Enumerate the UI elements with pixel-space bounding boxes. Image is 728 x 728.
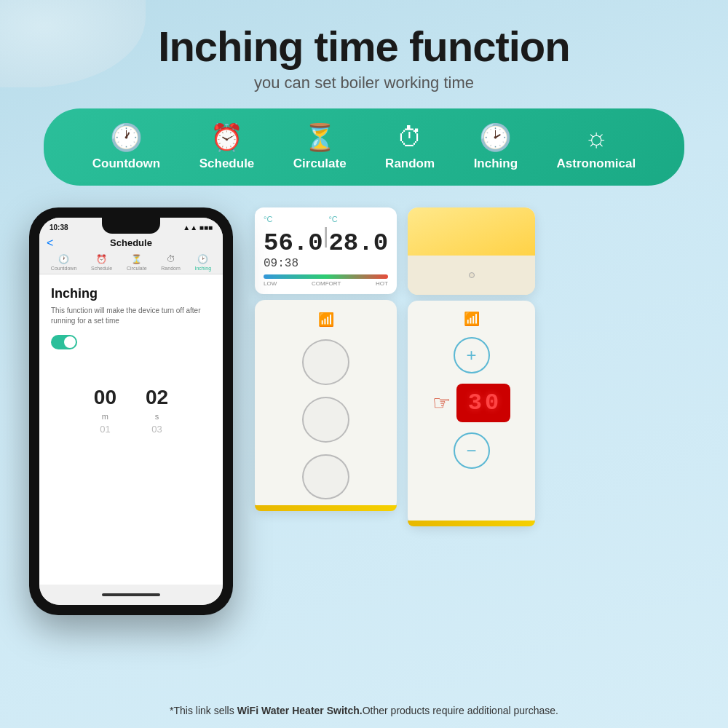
timer-display-row: ☞ 3 0 (432, 384, 510, 422)
temp-divider: | (323, 223, 329, 248)
time-display: 00 m 01 02 s 03 (51, 386, 211, 435)
thermostat-time: 09:38 (264, 257, 388, 270)
page-subtitle: you can set boiler working time (158, 74, 569, 92)
astronomical-label: Astronomical (557, 157, 636, 171)
home-indicator (102, 593, 160, 596)
phone-tab-random[interactable]: ⏱ Random (161, 254, 180, 271)
page-title: Inching time function (158, 22, 569, 71)
minutes-column: 00 m 01 (94, 386, 116, 435)
seconds-alt: 03 (151, 424, 162, 435)
seconds-unit: s (155, 412, 159, 421)
timer-display: 3 0 (456, 384, 510, 422)
switch-device: 📶 (255, 300, 397, 511)
temp1-unit-prefix: °C (264, 215, 272, 223)
phone-main-content: Inching This function will make the devi… (39, 274, 223, 585)
thermostat-display: °C 56.0 | °C 28.0 09:38 LOW COMFORT (255, 207, 397, 294)
phone-tab-countdown[interactable]: 🕐 Countdown (51, 254, 76, 271)
minutes-alt: 01 (100, 424, 110, 435)
bar-label-mid: COMFORT (312, 280, 341, 287)
timer-plus-label: + (466, 345, 476, 365)
tab-schedule-label: Schedule (91, 266, 112, 271)
astronomical-icon: ☼ (584, 124, 608, 151)
bar-label-low: LOW (264, 280, 277, 287)
phone-tab-circulate[interactable]: ⏳ Circulate (127, 254, 147, 271)
inching-label: Inching (474, 157, 518, 171)
phone-tab-schedule[interactable]: ⏰ Schedule (91, 254, 112, 271)
temp2-unit-prefix: °C (328, 215, 337, 223)
temp1-value: 56.0 (264, 229, 323, 257)
tab-schedule-icon: ⏰ (96, 254, 107, 264)
tab-random-label: Random (161, 266, 180, 271)
timer-digit-3: 3 (468, 389, 482, 416)
phone-notch (102, 218, 160, 234)
timer-plus-button[interactable]: + (454, 337, 490, 373)
timer-device: 📶 + ☞ 3 0 − (408, 301, 535, 526)
tab-circulate-icon: ⏳ (131, 254, 142, 264)
tab-inching-icon: 🕑 (197, 254, 208, 264)
timer-accent-strip (408, 521, 535, 526)
inching-toggle[interactable] (51, 335, 77, 349)
temp2-reading: °C 28.0 (328, 215, 388, 257)
thermostat-bar (264, 274, 388, 279)
countdown-label: Countdown (92, 157, 160, 171)
inching-section-title: Inching (51, 286, 211, 301)
inching-description: This function will make the device turn … (51, 306, 211, 326)
switch-button-2[interactable] (302, 397, 349, 443)
left-device-group: °C 56.0 | °C 28.0 09:38 LOW COMFORT (255, 207, 397, 511)
device-accent-strip (255, 505, 397, 511)
timer-hand-icon: ☞ (432, 391, 451, 415)
bar-label-high: HOT (376, 280, 388, 287)
thermostat-top: °C 56.0 | °C 28.0 (264, 215, 388, 257)
phone-signal-icons: ▲▲ ■■■ (183, 223, 213, 232)
phone-home-bar (39, 585, 223, 605)
devices-area: °C 56.0 | °C 28.0 09:38 LOW COMFORT (255, 207, 699, 526)
phone-nav-title: Schedule (110, 237, 152, 248)
minutes-value: 00 (94, 386, 116, 409)
thermostat-bar-labels: LOW COMFORT HOT (264, 280, 388, 287)
sensor-indicator (469, 272, 475, 278)
content-area: 10:38 ▲▲ ■■■ < Schedule 🕐 Countdown (29, 207, 699, 615)
phone-back-button[interactable]: < (47, 237, 53, 250)
switch-button-1[interactable] (302, 339, 349, 385)
timer-digit-0: 0 (485, 389, 499, 416)
footer-text-before: *This link sells (170, 705, 237, 716)
minutes-unit: m (102, 412, 108, 421)
timer-minus-button[interactable]: − (454, 432, 490, 469)
footer-text-after: Other products require additional purcha… (363, 705, 558, 716)
tab-countdown-label: Countdown (51, 266, 76, 271)
main-container: Inching time function you can set boiler… (0, 0, 728, 728)
seconds-value: 02 (146, 386, 168, 409)
seconds-column: 02 s 03 (146, 386, 168, 435)
tab-inching-label: Inching (195, 266, 212, 271)
timer-wifi-icon: 📶 (464, 311, 480, 327)
feature-circulate: ⏳ Circulate (293, 124, 347, 171)
tab-circulate-label: Circulate (127, 266, 147, 271)
circulate-icon: ⏳ (304, 124, 336, 151)
feature-countdown: 🕐 Countdown (92, 124, 160, 171)
footer-note: *This link sells WiFi Water Heater Switc… (0, 705, 728, 716)
phone-body: 10:38 ▲▲ ■■■ < Schedule 🕐 Countdown (29, 207, 233, 615)
circulate-label: Circulate (293, 157, 347, 171)
feature-random: ⏱ Random (385, 124, 435, 171)
phone-mockup: 10:38 ▲▲ ■■■ < Schedule 🕐 Countdown (29, 207, 233, 615)
temp1-reading: °C 56.0 (264, 215, 323, 257)
timer-minus-label: − (466, 440, 476, 461)
toggle-row (51, 335, 211, 349)
schedule-label: Schedule (199, 157, 255, 171)
phone-tabs: 🕐 Countdown ⏰ Schedule ⏳ Circulate ⏱ (39, 251, 223, 274)
wifi-icon: 📶 (318, 312, 334, 328)
footer-text-bold: WiFi Water Heater Switch. (237, 705, 363, 716)
feature-astronomical: ☼ Astronomical (557, 124, 636, 171)
phone-tab-inching[interactable]: 🕑 Inching (195, 254, 212, 271)
feature-schedule: ⏰ Schedule (199, 124, 255, 171)
header: Inching time function you can set boiler… (158, 22, 569, 92)
tab-random-icon: ⏱ (167, 254, 175, 264)
random-label: Random (385, 157, 435, 171)
sensor-device (408, 207, 535, 295)
inching-icon: 🕑 (479, 124, 512, 151)
switch-button-3[interactable] (302, 454, 349, 500)
feature-inching: 🕑 Inching (474, 124, 518, 171)
phone-time: 10:38 (50, 223, 68, 232)
random-icon: ⏱ (397, 124, 423, 151)
feature-banner: 🕐 Countdown ⏰ Schedule ⏳ Circulate ⏱ Ran… (44, 108, 684, 186)
